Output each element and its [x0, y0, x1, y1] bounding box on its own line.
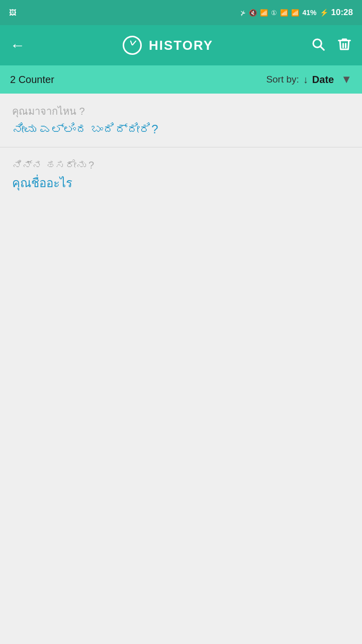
- history-item[interactable]: คุณมาจากไหน ? ನೀವು ಎಲ್ಲಿಂದ ಬಂದಿದ್ದೀರಿ?: [0, 94, 362, 147]
- delete-button[interactable]: [337, 37, 352, 54]
- battery-percent: 41%: [302, 9, 316, 17]
- history-list: คุณมาจากไหน ? ನೀವು ಎಲ್ಲಿಂದ ಬಂದಿದ್ದೀರಿ? ನ…: [0, 94, 362, 644]
- sort-value: Date: [312, 74, 334, 86]
- status-bar-left: 🖼: [9, 9, 16, 17]
- bluetooth-icon: ⊁: [240, 9, 246, 17]
- app-bar: ← HISTORY: [0, 25, 362, 65]
- wifi-icon: 📶: [260, 9, 268, 17]
- sort-control[interactable]: Sort by: ↓ Date ▼: [266, 73, 352, 86]
- svg-line-1: [320, 46, 324, 50]
- clock-hand-min: [132, 40, 136, 45]
- signal1-icon: 📶: [280, 9, 288, 17]
- search-icon: [311, 37, 326, 52]
- battery-icon: ⚡: [320, 9, 328, 17]
- chevron-down-icon: ▼: [341, 73, 352, 86]
- item-answer: คุณชื่ออะไร: [12, 175, 350, 192]
- search-button[interactable]: [311, 37, 326, 54]
- trash-icon: [337, 37, 352, 52]
- status-bar-right: ⊁ 🔇 📶 ① 📶 📶 41% ⚡ 10:28: [240, 8, 353, 18]
- signal2-icon: 📶: [291, 9, 299, 17]
- counter-label: 2 Counter: [10, 74, 266, 86]
- app-bar-icons: [311, 37, 352, 54]
- status-bar: 🖼 ⊁ 🔇 📶 ① 📶 📶 41% ⚡ 10:28: [0, 0, 362, 25]
- app-bar-title-area: HISTORY: [34, 36, 302, 55]
- item-question: ನಿನ್ನ ಹಸರೇನು ?: [12, 158, 350, 172]
- mute-icon: 🔇: [249, 9, 257, 17]
- clock-icon: [123, 36, 142, 55]
- status-time: 10:28: [331, 8, 353, 18]
- app-bar-title: HISTORY: [149, 38, 213, 53]
- sort-direction-icon: ↓: [303, 74, 308, 86]
- sort-by-label: Sort by:: [266, 74, 299, 85]
- sub-bar: 2 Counter Sort by: ↓ Date ▼: [0, 65, 362, 94]
- history-item[interactable]: ನಿನ್ನ ಹಸರೇನು ? คุณชื่ออะไร: [0, 147, 362, 201]
- item-answer: ನೀವು ಎಲ್ಲಿಂದ ಬಂದಿದ್ದೀರಿ?: [12, 121, 350, 138]
- item-question: คุณมาจากไหน ?: [12, 105, 350, 118]
- photo-icon: 🖼: [9, 9, 16, 17]
- back-button[interactable]: ←: [10, 37, 25, 54]
- sim-icon: ①: [271, 9, 277, 17]
